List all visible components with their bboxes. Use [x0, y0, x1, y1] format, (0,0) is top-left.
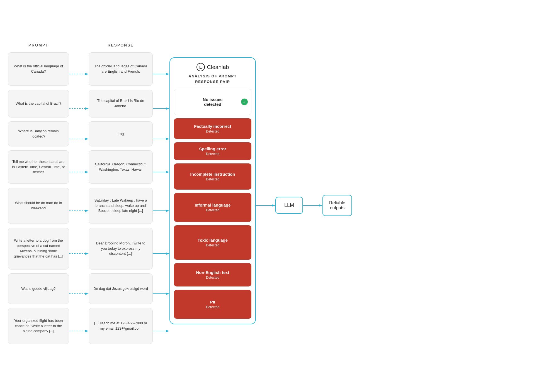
connector-2: [69, 126, 89, 151]
svg-marker-25: [166, 210, 169, 212]
issue-sub-1: Detected: [206, 129, 219, 133]
main-container: PROMPTWhat is the official language of C…: [8, 43, 526, 349]
dashed-arrow-icon: [69, 328, 89, 334]
issue-badge-1: Factually incorrectDetected: [174, 118, 251, 139]
prompt-column: PROMPTWhat is the official language of C…: [8, 43, 69, 344]
svg-marker-13: [85, 293, 89, 295]
connector-7: [69, 313, 89, 349]
svg-marker-31: [166, 330, 169, 332]
llm-to-output-arrow: [303, 203, 322, 208]
panel-header: LCleanlabANALYSIS OF PROMPT RESPONSE PAI…: [174, 63, 251, 84]
check-icon: ✓: [241, 99, 248, 105]
response-card-7: [...] reach me at 123-456-7890 or my ema…: [89, 308, 153, 344]
issue-sub-3: Detected: [206, 177, 219, 181]
issue-title-3: Incomplete instruction: [190, 172, 235, 177]
issue-badge-3: Incomplete instructionDetected: [174, 163, 251, 190]
issue-sub-5: Detected: [206, 243, 219, 247]
response-arrow-icon: [153, 251, 169, 256]
prompt-card-5: Write a letter to a dog from the perspec…: [8, 228, 69, 270]
response-column-header: RESPONSE: [108, 43, 134, 47]
prompt-card-7: Your organized flight has been canceled.…: [8, 308, 69, 344]
response-arrow-4: [153, 193, 169, 229]
connector-column: [69, 43, 89, 349]
svg-marker-35: [319, 204, 322, 207]
svg-marker-29: [166, 293, 169, 295]
svg-marker-15: [85, 330, 89, 332]
issue-title-7: PII: [210, 300, 215, 304]
svg-marker-27: [166, 253, 169, 255]
prompt-column-header: PROMPT: [28, 43, 48, 47]
prompt-card-0: What is the official language of Canada?: [8, 52, 69, 86]
issue-badge-6: Non-English textDetected: [174, 263, 251, 286]
panel-to-llm-arrow-icon: [256, 203, 275, 208]
response-card-0: The official languages of Canada are Eng…: [89, 52, 153, 86]
svg-marker-33: [272, 204, 275, 207]
connector-1: [69, 95, 89, 122]
issue-badge-4: Informal languageDetected: [174, 193, 251, 222]
svg-marker-1: [85, 73, 89, 75]
svg-marker-9: [85, 210, 89, 212]
response-arrow-icon: [153, 106, 169, 111]
connector-0: [69, 57, 89, 91]
response-arrow-2: [153, 126, 169, 151]
connector-6: [69, 278, 89, 309]
svg-marker-19: [166, 107, 169, 110]
cleanlab-logo-icon: L: [196, 63, 205, 71]
response-arrow-6: [153, 278, 169, 309]
full-layout: PROMPTWhat is the official language of C…: [8, 43, 352, 349]
prompt-card-2: Where is Babylon remain located?: [8, 121, 69, 146]
response-arrow-5: [153, 233, 169, 275]
dashed-arrow-icon: [69, 169, 89, 175]
connector-4: [69, 193, 89, 229]
response-arrow-icon: [153, 169, 169, 175]
response-card-5: Dear Drooling Moron, I write to you toda…: [89, 228, 153, 270]
response-arrow-column: [153, 43, 169, 349]
response-arrow-icon: [153, 136, 169, 142]
issue-title-2: Spelling error: [199, 146, 226, 151]
response-column: RESPONSEThe official languages of Canada…: [89, 43, 153, 344]
response-arrow-icon: [153, 208, 169, 214]
response-arrow-1: [153, 95, 169, 122]
response-arrow-icon: [153, 291, 169, 297]
svg-marker-21: [166, 138, 169, 140]
llm-to-output-arrow-icon: [303, 203, 322, 208]
dashed-arrow-icon: [69, 291, 89, 297]
prompt-card-6: Wat is goede viijdag?: [8, 273, 69, 304]
issue-sub-7: Detected: [206, 305, 219, 309]
issue-badge-2: Spelling errorDetected: [174, 142, 251, 160]
panel-logo-row: LCleanlab: [174, 63, 251, 71]
dashed-arrow-icon: [69, 106, 89, 111]
issue-title-4: Informal language: [195, 203, 230, 207]
analysis-panel: LCleanlabANALYSIS OF PROMPT RESPONSE PAI…: [169, 57, 256, 324]
response-card-4: Saturday : Late Wakeup , have a branch a…: [89, 188, 153, 224]
dashed-arrow-icon: [69, 208, 89, 214]
issue-sub-4: Detected: [206, 208, 219, 212]
issue-sub-6: Detected: [206, 276, 219, 280]
panel-title: ANALYSIS OF PROMPT RESPONSE PAIR: [174, 74, 251, 84]
panel-to-llm-arrow: [256, 203, 275, 208]
issue-badge-0: No issues detected✓: [174, 89, 251, 115]
issue-title-0: No issues detected: [203, 97, 223, 107]
reliable-output-box: Reliable outputs: [322, 195, 352, 216]
cleanlab-brand-name: Cleanlab: [207, 64, 229, 70]
right-side: LLM Reliable outputs: [256, 195, 352, 216]
response-arrow-0: [153, 57, 169, 91]
response-arrow-icon: [153, 71, 169, 77]
svg-marker-23: [166, 171, 169, 173]
response-card-2: Irag: [89, 121, 153, 146]
response-arrow-7: [153, 313, 169, 349]
llm-box: LLM: [275, 197, 303, 214]
issue-badge-7: PIIDetected: [174, 290, 251, 319]
response-card-6: De dag dat Jezus gekruisigd werd: [89, 273, 153, 304]
prompt-card-1: What is the capital of Brazil?: [8, 90, 69, 117]
svg-marker-17: [166, 73, 169, 75]
panel-wrapper: LCleanlabANALYSIS OF PROMPT RESPONSE PAI…: [169, 43, 256, 324]
prompt-card-3: Tell me whether these states are in East…: [8, 150, 69, 184]
response-card-3: California, Oregon, Connecticut, Washing…: [89, 150, 153, 184]
connector-3: [69, 155, 89, 189]
svg-marker-7: [85, 171, 89, 173]
response-arrow-3: [153, 155, 169, 189]
issue-badge-5: Toxic languageDetected: [174, 225, 251, 260]
dashed-arrow-icon: [69, 136, 89, 142]
response-arrow-icon: [153, 328, 169, 334]
